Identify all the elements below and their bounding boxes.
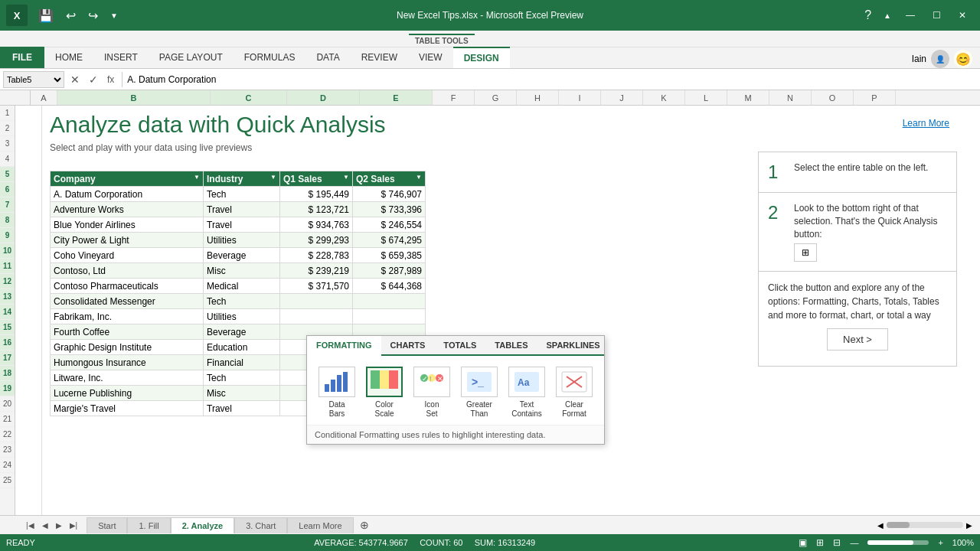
table-cell[interactable]: A. Datum Corporation — [51, 187, 204, 202]
col-n[interactable]: N — [769, 90, 812, 105]
table-cell[interactable]: $ 659,385 — [353, 248, 426, 263]
next-button[interactable]: Next > — [827, 328, 888, 350]
view-normal-icon[interactable]: ▣ — [799, 537, 807, 548]
maximize-button[interactable]: ☐ — [925, 5, 948, 26]
filter-arrow-q1[interactable]: ▼ — [343, 174, 349, 181]
qa-tab-totals[interactable]: TOTALS — [434, 336, 485, 354]
table-cell[interactable]: Travel — [204, 202, 280, 217]
formula-input[interactable] — [127, 71, 977, 88]
table-cell[interactable]: $ 287,989 — [353, 263, 426, 279]
table-cell[interactable]: Travel — [204, 217, 280, 233]
table-cell[interactable]: Lucerne Publishing — [51, 386, 204, 401]
more-qs-button[interactable]: ▼ — [106, 10, 122, 21]
sheet-next-button[interactable]: ▶ — [53, 520, 65, 531]
col-h[interactable]: H — [517, 90, 559, 105]
view-layout-icon[interactable]: ⊞ — [816, 537, 824, 548]
tab-review[interactable]: REVIEW — [351, 47, 408, 68]
table-cell[interactable]: $ 371,570 — [280, 279, 353, 294]
qa-icon-colorscale[interactable]: ColorScale — [361, 364, 407, 422]
table-cell[interactable]: City Power & Light — [51, 233, 204, 248]
col-m[interactable]: M — [727, 90, 769, 105]
scroll-track[interactable] — [887, 522, 963, 528]
qa-icon-textcontains[interactable]: Aa TextContains — [504, 364, 550, 422]
table-cell[interactable]: Education — [204, 340, 280, 355]
tab-design[interactable]: DESIGN — [453, 47, 510, 68]
save-button[interactable]: 💾 — [34, 7, 58, 24]
zoom-slider[interactable] — [867, 540, 929, 545]
learn-more-link[interactable]: Learn More — [903, 118, 949, 129]
qa-icon-databars[interactable]: DataBars — [314, 364, 360, 422]
qa-icon-greaterthan[interactable]: >_ GreaterThan — [456, 364, 502, 422]
col-a[interactable]: A — [31, 90, 57, 105]
table-cell[interactable]: $ 733,396 — [353, 202, 426, 217]
filter-arrow-q2[interactable]: ▼ — [416, 174, 422, 181]
table-cell[interactable]: $ 239,219 — [280, 263, 353, 279]
table-cell[interactable]: $ 228,783 — [280, 248, 353, 263]
view-pagebreak-icon[interactable]: ⊟ — [833, 537, 841, 548]
table-cell[interactable] — [280, 294, 353, 309]
sheet-tab-learnmore[interactable]: Learn More — [287, 517, 353, 533]
zoom-out-icon[interactable]: — — [850, 538, 858, 547]
redo-button[interactable]: ↪ — [83, 7, 103, 24]
tab-file[interactable]: FILE — [0, 47, 44, 68]
sheet-tab-start[interactable]: Start — [87, 517, 127, 533]
table-cell[interactable] — [280, 309, 353, 324]
table-cell[interactable]: Misc — [204, 263, 280, 279]
col-b[interactable]: B — [57, 90, 211, 105]
close-button[interactable]: ✕ — [951, 5, 974, 26]
table-cell[interactable]: Contoso Pharmaceuticals — [51, 279, 204, 294]
table-cell[interactable]: Consolidated Messenger — [51, 294, 204, 309]
col-l[interactable]: L — [685, 90, 727, 105]
filter-arrow-industry[interactable]: ▼ — [270, 174, 276, 181]
tab-pagelayout[interactable]: PAGE LAYOUT — [149, 47, 234, 68]
ribbon-toggle[interactable]: ▲ — [879, 10, 896, 21]
table-cell[interactable]: $ 299,293 — [280, 233, 353, 248]
table-cell[interactable]: Beverage — [204, 248, 280, 263]
table-cell[interactable]: Financial — [204, 355, 280, 370]
col-j[interactable]: J — [601, 90, 643, 105]
scroll-left-button[interactable]: ◀ — [877, 521, 884, 530]
col-e[interactable]: E — [360, 90, 433, 105]
table-cell[interactable]: Tech — [204, 294, 280, 309]
qa-tab-tables[interactable]: TABLES — [485, 336, 537, 354]
sheet-tab-chart[interactable]: 3. Chart — [234, 517, 287, 533]
help-button[interactable]: ? — [860, 7, 876, 24]
filter-arrow-company[interactable]: ▼ — [194, 174, 200, 181]
table-cell[interactable]: $ 934,763 — [280, 217, 353, 233]
qa-icon-iconset[interactable]: ✓ ! ✕ IconSet — [409, 364, 455, 422]
table-cell[interactable]: Tech — [204, 370, 280, 386]
horizontal-scroll[interactable]: ◀ ▶ — [877, 521, 980, 530]
table-cell[interactable]: $ 746,907 — [353, 187, 426, 202]
col-c[interactable]: C — [211, 90, 287, 105]
zoom-in-icon[interactable]: + — [938, 538, 942, 547]
sheet-last-button[interactable]: ▶| — [67, 520, 81, 531]
table-cell[interactable]: Tech — [204, 187, 280, 202]
tab-formulas[interactable]: FORMULAS — [234, 47, 306, 68]
table-cell[interactable]: Utilities — [204, 309, 280, 324]
confirm-edit-button[interactable]: ✓ — [86, 73, 101, 86]
table-cell[interactable]: Fourth Coffee — [51, 324, 204, 340]
qa-tab-sparklines[interactable]: SPARKLINES — [537, 336, 609, 354]
table-cell[interactable]: Coho Vineyard — [51, 248, 204, 263]
table-cell[interactable]: Fabrikam, Inc. — [51, 309, 204, 324]
col-k[interactable]: K — [643, 90, 685, 105]
table-cell[interactable]: Utilities — [204, 233, 280, 248]
sheet-first-button[interactable]: |◀ — [23, 520, 38, 531]
col-i[interactable]: I — [559, 90, 601, 105]
sheet-prev-button[interactable]: ◀ — [39, 520, 51, 531]
tab-home[interactable]: HOME — [44, 47, 93, 68]
table-cell[interactable]: Contoso, Ltd — [51, 263, 204, 279]
table-cell[interactable]: Adventure Works — [51, 202, 204, 217]
table-cell[interactable]: Graphic Design Institute — [51, 340, 204, 355]
col-o[interactable]: O — [812, 90, 854, 105]
col-d[interactable]: D — [287, 90, 360, 105]
table-cell[interactable] — [353, 294, 426, 309]
table-cell[interactable]: Travel — [204, 401, 280, 416]
table-cell[interactable]: $ 123,721 — [280, 202, 353, 217]
minimize-button[interactable]: — — [899, 5, 922, 26]
table-cell[interactable]: Blue Yonder Airlines — [51, 217, 204, 233]
add-sheet-button[interactable]: ⊕ — [354, 517, 375, 533]
table-cell[interactable]: $ 246,554 — [353, 217, 426, 233]
table-cell[interactable]: Litware, Inc. — [51, 370, 204, 386]
table-cell[interactable]: $ 674,295 — [353, 233, 426, 248]
